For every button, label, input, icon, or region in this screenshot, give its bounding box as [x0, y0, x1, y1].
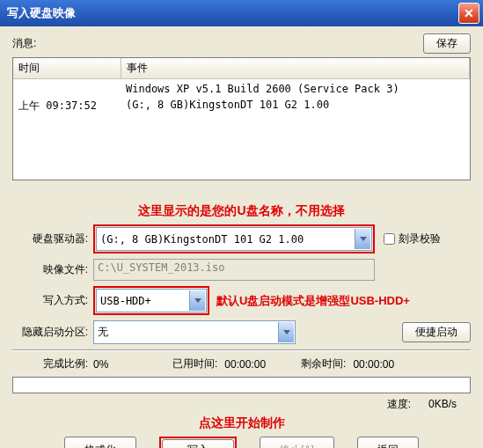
elapsed-label: 已用时间:	[172, 356, 217, 371]
speed-label: 速度:	[387, 398, 411, 410]
elapsed-value: 00:00:00	[224, 358, 266, 371]
mode-label: 写入方式:	[12, 293, 93, 308]
image-row: 映像文件: C:\U_SYSTEM_2013.iso	[12, 259, 471, 281]
chevron-down-icon	[189, 290, 205, 311]
remain-value: 00:00:00	[353, 358, 394, 371]
hidden-row: 隐藏启动分区: 无 便捷启动	[12, 320, 471, 344]
col-header-time[interactable]: 时间	[13, 58, 121, 78]
drive-value: (G:, 8 GB)KingstonDT 101 G2 1.00	[100, 233, 304, 246]
redbox-write: 写入	[159, 437, 237, 448]
verify-checkbox[interactable]: 刻录校验	[384, 231, 441, 246]
cell-time	[13, 81, 121, 97]
mode-row: 写入方式: USB-HDD+ 默认U盘启动模式是增强型USB-HDD+	[12, 286, 471, 315]
mode-value: USB-HDD+	[100, 295, 151, 307]
close-icon: ✕	[464, 6, 474, 20]
message-label: 消息:	[12, 36, 423, 51]
progress-value: 0%	[93, 358, 146, 371]
content-area: 消息: 保存 时间 事件 Windows XP v5.1 Build 2600 …	[0, 26, 483, 448]
log-grid: 时间 事件 Windows XP v5.1 Build 2600 (Servic…	[12, 57, 471, 180]
drive-select[interactable]: (G:, 8 GB)KingstonDT 101 G2 1.00	[96, 227, 372, 251]
drive-row: 硬盘驱动器: (G:, 8 GB)KingstonDT 101 G2 1.00 …	[12, 224, 471, 253]
speed-value: 0KB/s	[428, 398, 457, 410]
titlebar: 写入硬盘映像 ✕	[0, 0, 483, 26]
progress-bar	[12, 377, 471, 393]
close-button[interactable]: ✕	[458, 3, 479, 24]
format-button[interactable]: 格式化	[64, 437, 136, 448]
annotation-drive: 这里显示的是您的U盘名称，不用选择	[12, 203, 471, 219]
verify-label: 刻录校验	[399, 231, 441, 246]
message-row: 消息: 保存	[12, 33, 471, 54]
image-path-field: C:\U_SYSTEM_2013.iso	[93, 259, 375, 281]
dialog-window: 写入硬盘映像 ✕ 消息: 保存 时间 事件 Windows XP v5.1 Bu…	[0, 0, 483, 448]
hidden-value: 无	[98, 325, 108, 340]
window-title: 写入硬盘映像	[4, 5, 458, 21]
progress-label: 完成比例:	[12, 356, 93, 371]
annotation-mode: 默认U盘启动模式是增强型USB-HDD+	[216, 293, 410, 309]
speed-row: 速度: 0KB/s	[12, 397, 471, 412]
grid-body: Windows XP v5.1 Build 2600 (Service Pack…	[13, 79, 470, 117]
hidden-select[interactable]: 无	[93, 320, 296, 344]
progress-row: 完成比例: 0% 已用时间: 00:00:00 剩余时间: 00:00:00	[12, 356, 471, 371]
write-button[interactable]: 写入	[162, 439, 234, 448]
verify-input[interactable]	[384, 233, 395, 245]
save-button[interactable]: 保存	[423, 33, 471, 54]
remain-label: 剩余时间:	[301, 356, 346, 371]
chevron-down-icon	[278, 322, 294, 342]
grid-header: 时间 事件	[13, 58, 470, 79]
cell-time: 上午 09:37:52	[13, 97, 121, 115]
speed-label-group: 速度: 0KB/s	[387, 397, 457, 412]
image-label: 映像文件:	[12, 262, 93, 277]
button-row: 格式化 写入 终止[A] 返回	[12, 437, 471, 448]
mode-select[interactable]: USB-HDD+	[96, 289, 207, 312]
annotation-write: 点这里开始制作	[12, 415, 471, 431]
hidden-label: 隐藏启动分区:	[12, 325, 93, 340]
back-button[interactable]: 返回	[357, 437, 419, 448]
drive-label: 硬盘驱动器:	[12, 231, 93, 246]
convenient-boot-button[interactable]: 便捷启动	[402, 322, 471, 342]
chevron-down-icon	[355, 229, 370, 249]
table-row[interactable]: 上午 09:37:52 (G:, 8 GB)KingstonDT 101 G2 …	[13, 97, 470, 115]
cell-event: Windows XP v5.1 Build 2600 (Service Pack…	[121, 81, 470, 97]
col-header-event[interactable]: 事件	[121, 58, 470, 78]
redbox-drive: (G:, 8 GB)KingstonDT 101 G2 1.00	[93, 224, 375, 253]
redbox-mode: USB-HDD+	[93, 286, 209, 315]
table-row[interactable]: Windows XP v5.1 Build 2600 (Service Pack…	[13, 81, 470, 97]
divider	[12, 349, 471, 351]
cell-event: (G:, 8 GB)KingstonDT 101 G2 1.00	[121, 97, 470, 115]
stop-button: 终止[A]	[260, 437, 334, 448]
